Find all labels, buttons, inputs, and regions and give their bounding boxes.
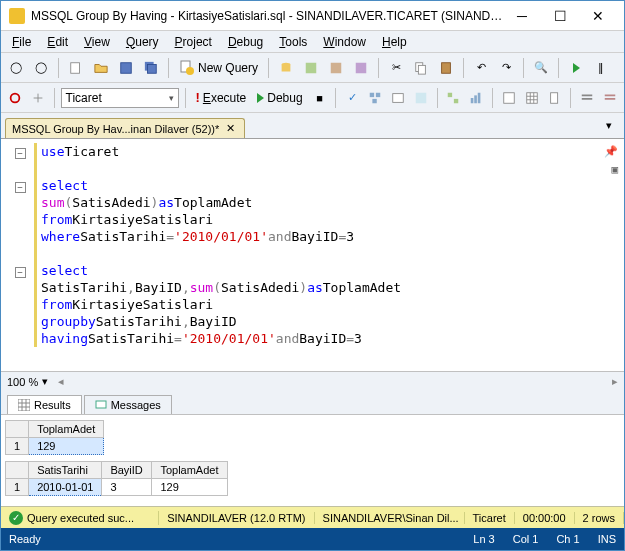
cell[interactable]: 129 xyxy=(29,438,104,455)
svg-rect-8 xyxy=(306,62,317,73)
close-button[interactable]: ✕ xyxy=(580,4,616,28)
include-stats-button[interactable] xyxy=(466,87,486,109)
new-query-label: New Query xyxy=(198,61,258,75)
messages-icon xyxy=(95,399,107,411)
menu-query[interactable]: Query xyxy=(119,33,166,51)
cell[interactable]: 2010-01-01 xyxy=(29,479,102,496)
svg-rect-32 xyxy=(18,399,30,411)
sql-editor[interactable]: 📌 ▣ −use Ticaret −select sum(SatisAdedi)… xyxy=(1,139,624,371)
toolbar-main: ◯ ◯ New Query ✂ ↶ ↷ 🔍 ‖ xyxy=(1,53,624,83)
menu-edit[interactable]: Edit xyxy=(40,33,75,51)
grid-icon xyxy=(18,399,30,411)
fold-toggle[interactable]: − xyxy=(15,148,26,159)
nav-bar-icon[interactable]: ▣ xyxy=(611,161,618,178)
svg-rect-12 xyxy=(418,65,425,74)
result-grid-2[interactable]: SatisTarihi BayiID ToplamAdet 1 2010-01-… xyxy=(5,461,228,496)
pause-button[interactable]: ‖ xyxy=(590,57,612,79)
execute-button[interactable]: ! Execute xyxy=(192,90,251,105)
paste-button[interactable] xyxy=(435,57,457,79)
database-selector[interactable]: Ticaret ▾ xyxy=(61,88,179,108)
save-all-button[interactable] xyxy=(140,57,162,79)
status-ch: Ch 1 xyxy=(556,533,579,545)
dmx-query-icon[interactable] xyxy=(350,57,372,79)
parse-button[interactable]: ✓ xyxy=(342,87,362,109)
svg-rect-19 xyxy=(415,92,426,103)
cell[interactable]: 129 xyxy=(152,479,227,496)
find-button[interactable]: 🔍 xyxy=(530,57,552,79)
row-header[interactable]: 1 xyxy=(6,438,29,455)
results-to-text-button[interactable] xyxy=(499,87,519,109)
mdx-query-icon[interactable] xyxy=(325,57,347,79)
undo-button[interactable]: ↶ xyxy=(470,57,492,79)
zoom-dropdown-icon[interactable]: ▾ xyxy=(42,375,48,388)
estimated-plan-button[interactable] xyxy=(365,87,385,109)
results-tab[interactable]: Results xyxy=(7,395,82,414)
tab-close-button[interactable]: ✕ xyxy=(223,122,238,135)
results-pane: ToplamAdet 1129 SatisTarihi BayiID Topla… xyxy=(1,415,624,506)
cancel-query-button[interactable]: ■ xyxy=(310,87,330,109)
redo-button[interactable]: ↷ xyxy=(495,57,517,79)
new-project-button[interactable] xyxy=(65,57,87,79)
comment-button[interactable] xyxy=(577,87,597,109)
col-header[interactable]: ToplamAdet xyxy=(29,421,104,438)
fold-toggle[interactable]: − xyxy=(15,267,26,278)
pin-icon[interactable]: 📌 xyxy=(604,143,618,160)
include-plan-button[interactable] xyxy=(443,87,463,109)
query-status-bar: ✓ Query executed suc... SINANDILAVER (12… xyxy=(1,506,624,528)
split-left-icon[interactable]: ◂ xyxy=(58,375,64,388)
menu-help[interactable]: Help xyxy=(375,33,414,51)
change-connection-button[interactable] xyxy=(28,87,48,109)
menu-project[interactable]: Project xyxy=(168,33,219,51)
cut-button[interactable]: ✂ xyxy=(385,57,407,79)
open-button[interactable] xyxy=(90,57,112,79)
results-to-file-button[interactable] xyxy=(545,87,565,109)
menu-view[interactable]: View xyxy=(77,33,117,51)
tab-overflow-button[interactable]: ▾ xyxy=(598,114,620,136)
debug-button[interactable]: Debug xyxy=(253,91,306,105)
zoom-level[interactable]: 100 % xyxy=(7,376,38,388)
maximize-button[interactable]: ☐ xyxy=(542,4,578,28)
uncomment-button[interactable] xyxy=(600,87,620,109)
cell[interactable]: 3 xyxy=(102,479,152,496)
copy-button[interactable] xyxy=(410,57,432,79)
start-debug-button[interactable] xyxy=(565,57,587,79)
fold-toggle[interactable]: − xyxy=(15,182,26,193)
results-to-grid-button[interactable] xyxy=(522,87,542,109)
svg-point-5 xyxy=(186,67,194,75)
new-query-button[interactable]: New Query xyxy=(175,60,262,76)
analysis-query-icon[interactable] xyxy=(300,57,322,79)
minimize-button[interactable]: ─ xyxy=(504,4,540,28)
messages-tab[interactable]: Messages xyxy=(84,395,172,414)
menu-file[interactable]: File xyxy=(5,33,38,51)
svg-rect-10 xyxy=(356,62,367,73)
result-grid-1[interactable]: ToplamAdet 1129 xyxy=(5,420,104,455)
svg-rect-27 xyxy=(550,92,557,103)
nav-fwd-button[interactable]: ◯ xyxy=(30,57,52,79)
svg-point-14 xyxy=(11,93,20,102)
col-header[interactable]: ToplamAdet xyxy=(152,462,227,479)
messages-tab-label: Messages xyxy=(111,399,161,411)
document-tab[interactable]: MSSQL Group By Hav...inan Dilaver (52))*… xyxy=(5,118,245,138)
results-tab-label: Results xyxy=(34,399,71,411)
menu-tools[interactable]: Tools xyxy=(272,33,314,51)
query-options-button[interactable] xyxy=(388,87,408,109)
svg-rect-23 xyxy=(474,95,477,103)
connect-button[interactable] xyxy=(5,87,25,109)
row-header[interactable]: 1 xyxy=(6,479,29,496)
col-header[interactable]: SatisTarihi xyxy=(29,462,102,479)
svg-rect-33 xyxy=(96,401,106,408)
intellisense-button[interactable] xyxy=(411,87,431,109)
execute-icon: ! xyxy=(196,90,200,105)
status-user: SINANDILAVER\Sinan Dil... xyxy=(315,512,465,524)
split-right-icon[interactable]: ▸ xyxy=(612,375,618,388)
svg-rect-0 xyxy=(71,62,80,73)
svg-rect-3 xyxy=(148,64,157,73)
db-engine-query-icon[interactable] xyxy=(275,57,297,79)
col-header[interactable]: BayiID xyxy=(102,462,152,479)
svg-rect-1 xyxy=(121,62,132,73)
editor-area: 📌 ▣ −use Ticaret −select sum(SatisAdedi)… xyxy=(1,139,624,528)
menu-window[interactable]: Window xyxy=(316,33,373,51)
nav-back-button[interactable]: ◯ xyxy=(5,57,27,79)
menu-debug[interactable]: Debug xyxy=(221,33,270,51)
save-button[interactable] xyxy=(115,57,137,79)
